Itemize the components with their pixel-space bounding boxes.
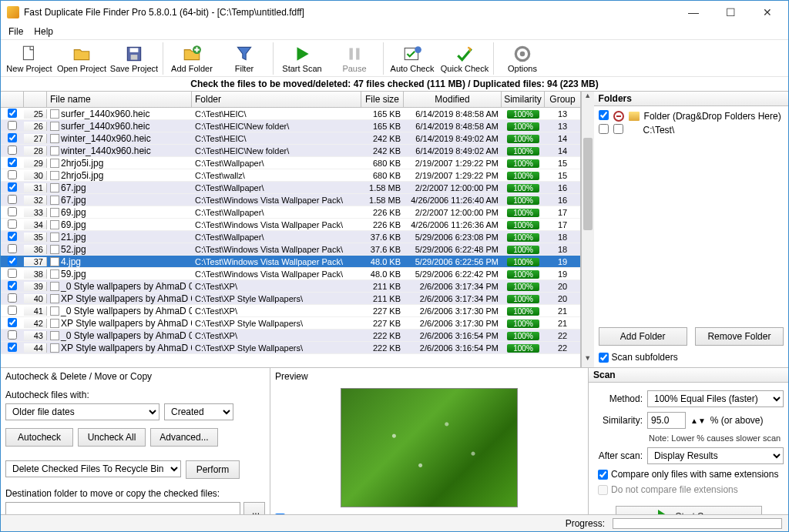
table-row[interactable]: 374.jpgC:\Test\Windows Vista Wallpaper P… — [1, 256, 580, 268]
maximize-button[interactable]: ☐ — [719, 6, 742, 18]
svg-rect-5 — [350, 48, 353, 59]
file-icon — [50, 319, 59, 328]
row-checkbox[interactable] — [8, 256, 17, 266]
table-row[interactable]: 302hrjo5i.jpgC:\Test\wallz\680 KB2/19/20… — [1, 169, 580, 182]
add-folder-btn[interactable]: Add Folder — [599, 327, 687, 346]
auto-check-button[interactable]: Auto Check — [387, 42, 438, 75]
file-icon — [50, 122, 59, 131]
row-checkbox[interactable] — [8, 232, 17, 241]
table-row[interactable]: 39_0 Style wallpapers by AhmaD 003.jpgC:… — [1, 280, 580, 293]
table-row[interactable]: 3369.jpgC:\Test\Wallpaper\226 KB2/2/2007… — [1, 206, 580, 219]
row-checkbox[interactable] — [8, 158, 17, 167]
table-row[interactable]: 27winter_1440x960.heicC:\Test\HEIC\242 K… — [1, 132, 580, 145]
file-icon — [50, 282, 59, 291]
row-checkbox[interactable] — [8, 293, 17, 303]
row-checkbox[interactable] — [8, 109, 17, 118]
file-icon — [50, 171, 59, 180]
options-button[interactable]: Options — [497, 42, 548, 75]
table-row[interactable]: 3652.jpgC:\Test\Windows Vista Wallpaper … — [1, 243, 580, 256]
compare-ext-checkbox[interactable] — [598, 470, 608, 480]
no-entry-icon — [613, 111, 624, 122]
table-row[interactable]: 3859.jpgC:\Test\Windows Vista Wallpaper … — [1, 268, 580, 280]
table-row[interactable]: 3167.jpgC:\Test\Wallpaper\1.58 MB2/2/200… — [1, 182, 580, 194]
folder-row[interactable]: C:\Test\ — [597, 123, 785, 137]
row-checkbox[interactable] — [8, 269, 17, 278]
svg-point-8 — [415, 46, 421, 53]
row-checkbox[interactable] — [8, 343, 17, 352]
table-row[interactable]: 44XP Style wallpapers by AhmaD 005.jpgC:… — [1, 342, 580, 354]
start-scan-button[interactable]: Start Scan — [277, 42, 327, 75]
table-row[interactable]: 3267.jpgC:\Test\Windows Vista Wallpaper … — [1, 194, 580, 206]
uncheck-all-btn[interactable]: Uncheck All — [78, 428, 146, 447]
autocheck-date-select[interactable]: Created — [164, 403, 233, 420]
row-checkbox[interactable] — [8, 318, 17, 327]
table-row[interactable]: 43_0 Style wallpapers by AhmaD 005.jpgC:… — [1, 330, 580, 342]
similarity-input[interactable] — [647, 412, 686, 429]
menu-help[interactable]: Help — [34, 26, 53, 37]
svg-rect-2 — [130, 48, 139, 52]
perform-btn[interactable]: Perform — [186, 460, 240, 479]
progress-bar — [613, 518, 782, 529]
folder-exclude-checkbox[interactable] — [613, 124, 623, 134]
close-button[interactable]: ✕ — [756, 6, 779, 18]
menu-file[interactable]: File — [8, 26, 23, 37]
file-icon — [50, 183, 59, 192]
table-row[interactable]: 42XP Style wallpapers by AhmaD 004.jpgC:… — [1, 317, 580, 330]
save-project-button[interactable]: Save Project — [109, 42, 159, 75]
table-row[interactable]: 28winter_1440x960.heicC:\Test\HEIC\New f… — [1, 145, 580, 157]
app-icon — [7, 6, 19, 18]
row-checkbox[interactable] — [8, 195, 17, 204]
summary-text: Check the files to be moved/deleted: 47 … — [1, 77, 788, 92]
file-icon — [50, 343, 59, 353]
row-checkbox[interactable] — [8, 219, 17, 229]
scan-subfolders-checkbox[interactable] — [599, 353, 609, 363]
remove-folder-btn[interactable]: Remove Folder — [695, 327, 784, 346]
table-row[interactable]: 292hrjo5i.jpgC:\Test\Wallpaper\680 KB2/1… — [1, 157, 580, 169]
vertical-scrollbar[interactable]: ▲▼ — [581, 92, 594, 367]
file-icon — [50, 109, 59, 119]
row-checkbox[interactable] — [8, 182, 17, 192]
autocheck-btn[interactable]: Autocheck — [5, 428, 73, 447]
folder-include-checkbox[interactable] — [599, 124, 609, 134]
scan-title: Scan — [589, 368, 788, 383]
file-icon — [50, 257, 59, 266]
row-checkbox[interactable] — [8, 170, 17, 179]
add-folder-button[interactable]: Add Folder — [166, 42, 217, 75]
folders-title: Folders — [594, 92, 788, 106]
filter-button[interactable]: Filter — [219, 42, 270, 75]
row-checkbox[interactable] — [8, 121, 17, 130]
pause-button[interactable]: Pause — [329, 42, 380, 75]
row-checkbox[interactable] — [8, 146, 17, 155]
open-project-button[interactable]: Open Project — [56, 42, 107, 75]
after-scan-select[interactable]: Display Results — [647, 447, 784, 464]
file-table[interactable]: 25surfer_1440x960.heicC:\Test\HEIC\165 K… — [1, 108, 580, 367]
folder-include-checkbox[interactable] — [599, 110, 609, 120]
advanced-btn[interactable]: Advanced... — [150, 428, 218, 447]
new-project-button[interactable]: New Project — [4, 42, 55, 75]
row-checkbox[interactable] — [8, 133, 17, 142]
method-select[interactable]: 100% Equal Files (faster) — [647, 390, 784, 407]
autocheck-criteria-select[interactable]: Older file dates — [5, 403, 159, 420]
table-header: File name Folder File size Modified Simi… — [1, 92, 580, 108]
row-checkbox[interactable] — [8, 330, 17, 340]
table-row[interactable]: 3521.jpgC:\Test\Wallpaper\37.6 KB5/29/20… — [1, 231, 580, 243]
table-row[interactable]: 26surfer_1440x960.heicC:\Test\HEIC\New f… — [1, 120, 580, 132]
row-checkbox[interactable] — [8, 244, 17, 253]
row-checkbox[interactable] — [8, 306, 17, 315]
file-icon — [50, 245, 59, 254]
preview-title: Preview — [275, 370, 583, 383]
progress-label: Progress: — [566, 518, 605, 529]
file-icon — [50, 220, 59, 229]
row-checkbox[interactable] — [8, 207, 17, 216]
delete-action-select[interactable]: Delete Checked Files To Recycle Bin — [5, 460, 181, 477]
folder-icon — [629, 112, 640, 121]
table-row[interactable]: 41_0 Style wallpapers by AhmaD 004.jpgC:… — [1, 305, 580, 317]
minimize-button[interactable]: — — [682, 6, 705, 18]
row-checkbox[interactable] — [8, 281, 17, 290]
preview-image — [341, 388, 518, 507]
table-row[interactable]: 3469.jpgC:\Test\Windows Vista Wallpaper … — [1, 219, 580, 231]
autocheck-title: Autocheck & Delete / Move or Copy — [5, 370, 265, 383]
table-row[interactable]: 40XP Style wallpapers by AhmaD 003.jpgC:… — [1, 293, 580, 305]
quick-check-button[interactable]: Quick Check — [439, 42, 490, 75]
table-row[interactable]: 25surfer_1440x960.heicC:\Test\HEIC\165 K… — [1, 108, 580, 120]
